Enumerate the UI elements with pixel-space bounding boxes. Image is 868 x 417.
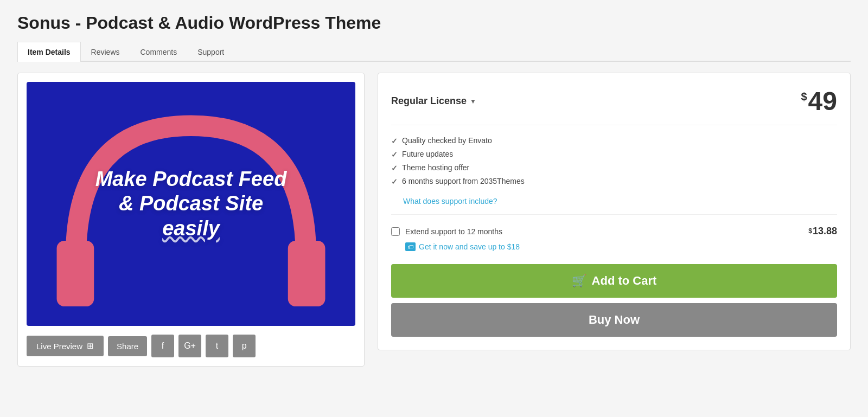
twitter-button[interactable]: t [206,335,228,357]
tabs-bar: Item Details Reviews Comments Support [17,42,851,62]
live-preview-label: Live Preview [36,342,82,351]
svg-rect-1 [288,241,326,306]
extend-support-checkbox[interactable] [391,227,400,236]
page-title: Sonus - Podcast & Audio WordPress Theme [17,13,851,33]
save-link-text: Get it now and save up to $18 [419,242,520,251]
tab-item-details[interactable]: Item Details [17,42,81,62]
add-to-cart-button[interactable]: 🛒 Add to Cart [391,264,837,298]
license-label[interactable]: Regular License ▼ [391,95,476,107]
feature-item: ✓ Future updates [391,150,837,159]
tab-comments[interactable]: Comments [130,42,188,62]
preview-line2: & Podcast Site [95,191,287,216]
extend-price-value: 13.88 [813,226,837,237]
tab-support[interactable]: Support [187,42,234,62]
tab-reviews[interactable]: Reviews [81,42,130,62]
feature-item: ✓ Theme hosting offer [391,163,837,172]
license-name: Regular License [391,95,467,107]
live-preview-button[interactable]: Live Preview ⊞ [27,336,104,356]
google-plus-button[interactable]: G+ [178,335,201,357]
main-content: Make Podcast Feed & Podcast Site easily … [17,73,851,367]
price-display: $ 49 [801,86,837,116]
add-to-cart-label: Add to Cart [592,274,657,288]
tag-icon: 🏷 [405,242,416,251]
feature-text: Future updates [402,150,453,158]
check-icon: ✓ [391,164,398,172]
extend-support-label: Extend support to 12 months [405,227,502,236]
left-panel: Make Podcast Feed & Podcast Site easily … [17,73,365,367]
extend-left: Extend support to 12 months [391,227,502,236]
preview-line1: Make Podcast Feed [95,167,287,192]
buy-now-label: Buy Now [589,313,640,327]
pinterest-button[interactable]: p [233,335,256,357]
price-currency: $ [801,91,807,103]
preview-line3: easily [95,216,287,241]
right-panel: Regular License ▼ $ 49 ✓ Quality checked… [378,73,851,350]
license-header: Regular License ▼ $ 49 [391,86,837,125]
features-list: ✓ Quality checked by Envato ✓ Future upd… [391,136,837,186]
feature-item: ✓ 6 months support from 2035Themes [391,177,837,186]
preview-text: Make Podcast Feed & Podcast Site easily [74,167,309,241]
price-value: 49 [808,86,837,116]
extend-support-row: Extend support to 12 months $ 13.88 [391,223,837,239]
support-link[interactable]: What does support include? [403,197,837,206]
buy-now-button[interactable]: Buy Now [391,303,837,337]
feature-item: ✓ Quality checked by Envato [391,136,837,145]
check-icon: ✓ [391,137,398,145]
feature-text: Theme hosting offer [402,163,469,172]
preview-icon: ⊞ [87,341,94,351]
bottom-actions: Live Preview ⊞ Share f G+ t p [27,335,355,357]
share-label: Share [108,336,147,356]
extend-price: $ 13.88 [808,226,837,237]
extend-currency: $ [808,227,812,235]
svg-rect-0 [57,241,94,306]
cart-icon: 🛒 [572,274,586,288]
check-icon: ✓ [391,177,398,186]
feature-text: Quality checked by Envato [402,136,492,145]
feature-text: 6 months support from 2035Themes [402,177,525,185]
preview-image: Make Podcast Feed & Podcast Site easily [27,82,355,326]
chevron-down-icon: ▼ [470,98,476,105]
facebook-button[interactable]: f [151,335,174,357]
divider [391,214,837,215]
check-icon: ✓ [391,150,398,159]
save-link[interactable]: 🏷 Get it now and save up to $18 [405,242,837,251]
